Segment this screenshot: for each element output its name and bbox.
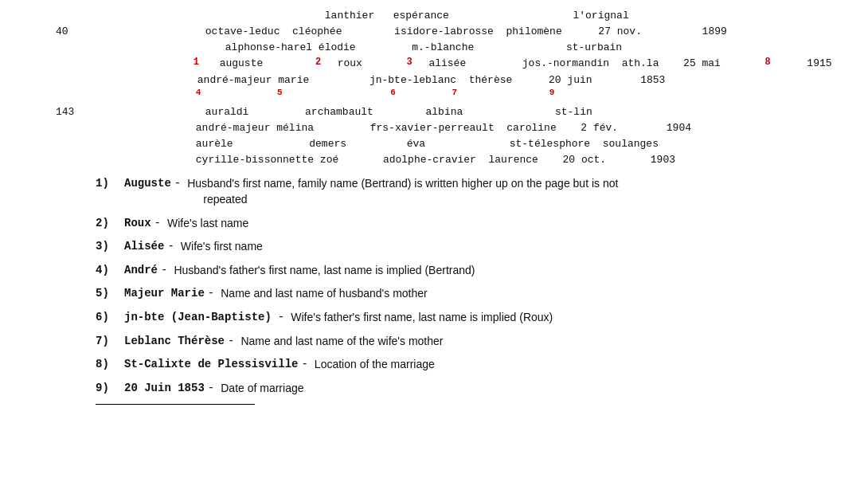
doc-line-cyrille: cyrille-bissonnette zoé adolphe-cravier … (96, 152, 772, 168)
explain-num-3: 3) (96, 239, 119, 255)
doc-text-adolphe: adolphe-cravier laurence (383, 154, 538, 166)
explain-text-2: Wife's last name (167, 216, 248, 232)
explain-text-9: Date of marriage (221, 381, 303, 397)
doc-num-9: 9 (549, 87, 555, 96)
explain-item-3: 3) Alisée - Wife's first name (96, 239, 772, 255)
explain-num-1: 1) (96, 176, 119, 192)
doc-text-sttelesphore: st-télesphore soulanges (510, 138, 659, 150)
explain-name-2: Roux (124, 216, 151, 232)
doc-text-andre-melina: andré-majeur mélina (196, 122, 314, 134)
doc-num-5: 5 (277, 87, 283, 96)
doc-text-1904: 1904 (667, 122, 691, 134)
doc-line-alphonse: alphonse-harel élodie m.-blanche st-urba… (96, 40, 772, 56)
doc-text-jos: jos.-normandin ath.la (522, 57, 659, 69)
doc-num-1: 1 (194, 57, 199, 68)
explain-num-8: 8) (96, 357, 119, 373)
doc-line-aurele: aurèle demers éva st-télesphore soulange… (96, 136, 772, 152)
doc-text-archambault: archambault (305, 106, 373, 118)
doc-text-1899: 1899 (702, 25, 727, 37)
doc-text-40: octave-leduc cléophée (205, 25, 342, 37)
doc-text-27nov: 27 nov. (598, 25, 642, 37)
explain-text-1b: repeated (187, 192, 618, 208)
doc-line-andre: andré-majeur marie jn-bte-leblanc thérès… (96, 72, 772, 88)
doc-line-lanthier: lanthier espérance l'orignal (96, 8, 772, 24)
explain-dash-5: - (208, 286, 214, 302)
doc-text-mblanche: m.-blanche (412, 41, 474, 53)
explain-dash-6: - (278, 310, 284, 326)
doc-text-stlin: st-lin (555, 106, 592, 118)
doc-num-6: 6 (390, 87, 396, 96)
doc-text-alisee: alisée (428, 57, 466, 69)
doc-text-jnbte: jn-bte-leblanc thérèse (369, 74, 512, 86)
doc-num-4: 4 (196, 87, 201, 96)
bottom-divider (96, 404, 255, 405)
explain-name-5: Majeur Marie (124, 286, 205, 302)
explain-dash-7: - (228, 334, 234, 350)
explain-item-6: 6) jn-bte (Jean-Baptiste) - Wife's fathe… (96, 310, 772, 326)
doc-line-nums-andre: 4 5 6 7 9 (96, 88, 772, 104)
explain-dash-2: - (154, 216, 161, 232)
explain-name-1: Auguste (124, 176, 171, 192)
explain-dash-8: - (301, 357, 307, 373)
explain-dash-9: - (208, 381, 214, 397)
explain-text-8: Location of the marriage (315, 357, 435, 373)
explain-text-6: Wife's father's first name, last name is… (291, 310, 553, 326)
doc-line-1: 1 auguste 2 roux 3 alisée jos.-normandin… (96, 56, 772, 72)
doc-text-1915: 1915 (807, 57, 831, 69)
doc-text-1903: 1903 (651, 154, 675, 166)
doc-text-20oct: 20 oct. (563, 154, 607, 166)
explain-item-9: 9) 20 Juin 1853 - Date of marriage (96, 381, 772, 397)
explanation-section: 1) Auguste - Husband's first name, famil… (0, 168, 868, 396)
explain-desc-1: Husband's first name, family name (Bertr… (187, 176, 618, 207)
doc-text-demers: demers (309, 138, 346, 150)
doc-text-frs: frs-xavier-perreault caroline (370, 122, 557, 134)
explain-dash-3: - (167, 239, 174, 255)
doc-num-8: 8 (765, 57, 771, 68)
explain-item-2: 2) Roux - Wife's last name (96, 216, 772, 232)
explain-dash-1: - (174, 176, 181, 192)
row-num-143: 143 (56, 104, 74, 120)
doc-text-aurele: aurèle (196, 138, 233, 150)
doc-num-3: 3 (407, 57, 412, 68)
doc-text-lanthier: lanthier espérance (325, 10, 449, 22)
doc-text-cyrille: cyrille-bissonnette zoé (196, 154, 338, 166)
explain-name-8: St-Calixte de Plessisville (124, 357, 298, 373)
explain-text-5: Name and last name of husband's mother (221, 286, 428, 302)
explain-text-7: Name and last name of the wife's mother (240, 334, 443, 350)
explain-item-4: 4) André - Husband's father's first name… (96, 263, 772, 279)
explain-name-7: Leblanc Thérèse (124, 334, 225, 350)
doc-text-andre-marie: andré-majeur marie (197, 74, 309, 86)
doc-text-isidore: isidore-labrosse philomène (394, 25, 562, 37)
explain-num-6: 6) (96, 310, 119, 326)
explain-name-6: jn-bte (Jean-Baptiste) (124, 310, 272, 326)
doc-text-sturbain: st-urbain (566, 41, 622, 53)
doc-text-1853: 1853 (640, 74, 665, 86)
doc-line-40: 40 octave-leduc cléophée isidore-labross… (96, 24, 772, 40)
explain-name-3: Alisée (124, 239, 164, 255)
explain-text-4: Husband's father's first name, last name… (174, 263, 475, 279)
doc-line-andre2: andré-majeur mélina frs-xavier-perreault… (96, 120, 772, 136)
doc-text-25mai: 25 mai (683, 57, 721, 69)
doc-text-lorignal: l'orignal (573, 10, 628, 22)
page: lanthier espérance l'orignal 40 octave-l… (0, 0, 868, 482)
explain-item-5: 5) Majeur Marie - Name and last name of … (96, 286, 772, 302)
explain-num-5: 5) (96, 286, 119, 302)
doc-text-auguste: auguste (220, 57, 264, 69)
explain-num-9: 9) (96, 381, 119, 397)
doc-line-143: 143 auraldi archambault albina st-lin (96, 104, 772, 120)
doc-num-7: 7 (452, 87, 458, 96)
doc-text-2fev: 2 fév. (581, 122, 618, 134)
doc-num-2: 2 (315, 57, 321, 68)
doc-text-albina: albina (426, 106, 463, 118)
doc-text-eva: éva (407, 138, 425, 150)
doc-text-auraldi: auraldi (205, 106, 249, 118)
explain-item-7: 7) Leblanc Thérèse - Name and last name … (96, 334, 772, 350)
explain-name-4: André (124, 263, 158, 279)
explain-text-3: Wife's first name (181, 239, 263, 255)
explain-text-1a: Husband's first name, family name (Bertr… (187, 176, 618, 192)
explain-name-9: 20 Juin 1853 (124, 381, 205, 397)
explain-num-4: 4) (96, 263, 119, 279)
explain-num-2: 2) (96, 216, 119, 232)
row-num-40: 40 (56, 24, 68, 40)
explain-item-8: 8) St-Calixte de Plessisville - Location… (96, 357, 772, 373)
